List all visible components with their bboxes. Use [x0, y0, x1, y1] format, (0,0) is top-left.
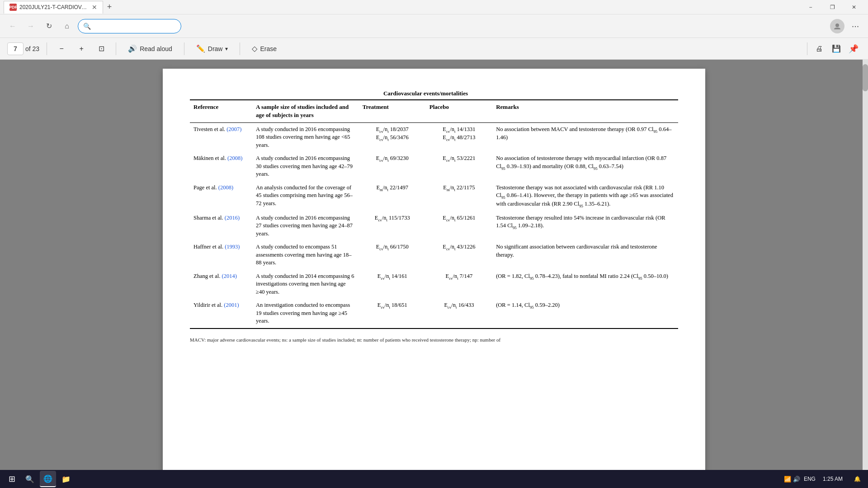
address-bar: ← → ↻ ⌂ 🔍 ···	[0, 14, 868, 38]
pdf-content: Cardiovascular events/mortalities Refere…	[0, 60, 868, 470]
year-link[interactable]: (2016)	[225, 215, 240, 221]
minimize-button[interactable]: −	[800, 0, 821, 14]
taskbar-right: 📶 🔊 ENG 1:25 AM 🔔	[784, 471, 864, 487]
sample-cell: A study conducted in 2016 encompassing 1…	[252, 122, 359, 152]
year-link[interactable]: (2008)	[218, 184, 233, 191]
treatment-cell: Ecv/nt 14/161	[359, 270, 426, 299]
pdf-page: Cardiovascular events/mortalities Refere…	[163, 69, 705, 470]
col-reference-header: Reference	[190, 100, 252, 122]
col-sample-header: A sample size of studies included and ag…	[252, 100, 359, 122]
remarks-cell: No association between MACV and testoste…	[492, 122, 678, 152]
taskbar-search-button[interactable]: 🔍	[22, 471, 38, 487]
toolbar-divider-2	[116, 42, 116, 55]
pin-icon: 📌	[849, 44, 859, 54]
save-button[interactable]: 💾	[829, 42, 844, 56]
tab-favicon: PDF	[9, 4, 17, 11]
windows-icon: ⊞	[9, 474, 15, 484]
remarks-cell: No significant association between cardi…	[492, 240, 678, 270]
scrollbar-track[interactable]	[863, 60, 868, 470]
zoom-out-button[interactable]: −	[54, 42, 69, 56]
placebo-cell: Ecv/nt 65/1261	[426, 211, 492, 241]
treatment-cell: Ecv/nt 69/3230	[359, 152, 426, 181]
placebo-cell: Ecv/nt 14/1331 Ecv/nt 48/2713	[426, 122, 492, 152]
remarks-cell: Testosterone therapy resulted into 54% i…	[492, 211, 678, 241]
system-clock[interactable]: 1:25 AM	[819, 476, 846, 482]
year-link[interactable]: (2008)	[227, 155, 242, 161]
remarks-cell: (OR = 1.14, Cl95 0.59–2.20)	[492, 299, 678, 328]
zoom-in-button[interactable]: +	[74, 42, 89, 56]
year-link[interactable]: (2001)	[224, 302, 239, 308]
read-aloud-button[interactable]: 🔊 Read aloud	[123, 42, 177, 56]
taskbar: ⊞ 🔍 🌐 📁 📶 🔊 ENG 1:25 AM 🔔	[0, 470, 868, 488]
scrollbar-thumb[interactable]	[863, 64, 868, 91]
col-placebo-header: Placebo	[426, 100, 492, 122]
ref-cell: Zhang et al. (2014)	[190, 270, 252, 299]
erase-label: Erase	[260, 45, 277, 52]
pin-button[interactable]: 📌	[846, 42, 861, 56]
new-tab-button[interactable]: +	[103, 1, 116, 14]
print-button[interactable]: 🖨	[812, 42, 826, 56]
clock-time: 1:25 AM	[823, 476, 843, 482]
profile-button[interactable]	[830, 19, 844, 33]
address-input[interactable]	[78, 19, 181, 33]
browser-icon: 🌐	[43, 474, 52, 483]
read-aloud-label: Read aloud	[140, 45, 172, 52]
table-footnote: MACV: major adverse cardiovascular event…	[190, 336, 678, 344]
col-remarks-header: Remarks	[492, 100, 678, 122]
notification-button[interactable]: 🔔	[850, 471, 864, 487]
taskbar-browser-app[interactable]: 🌐	[40, 471, 56, 487]
year-link[interactable]: (1993)	[225, 244, 240, 250]
sample-cell: A study conducted to encompass 51 assess…	[252, 240, 359, 270]
draw-icon: ✏️	[196, 44, 205, 53]
cv-group-header: Cardiovascular events/mortalities	[359, 87, 492, 100]
placebo-cell: Em/nt 22/1175	[426, 181, 492, 211]
back-icon: ←	[9, 22, 16, 30]
table-row: Mäkinen et al. (2008) A study conducted …	[190, 152, 678, 181]
ref-cell: Page et al. (2008)	[190, 181, 252, 211]
draw-chevron-icon: ▾	[225, 46, 228, 52]
table-row: Page et al. (2008) An analysis conducted…	[190, 181, 678, 211]
sound-tray-icon[interactable]: 🔊	[793, 475, 800, 483]
zoom-in-icon: +	[79, 45, 83, 53]
start-button[interactable]: ⊞	[4, 471, 20, 487]
treatment-cell: Ecv/nt 66/1750	[359, 240, 426, 270]
tab-close-button[interactable]: ✕	[92, 4, 97, 11]
page-number-input[interactable]: 7	[7, 42, 24, 55]
toolbar-right: 🖨 💾 📌	[805, 42, 861, 56]
tab-area: PDF 2020JULY21-T-CARDIOVASCULA ✕ +	[4, 0, 116, 14]
maximize-button[interactable]: ❐	[822, 0, 843, 14]
search-icon: 🔍	[25, 475, 34, 483]
fit-icon: ⊡	[99, 44, 104, 53]
save-icon: 💾	[832, 44, 841, 53]
fit-page-button[interactable]: ⊡	[94, 42, 108, 56]
erase-button[interactable]: ◇ Erase	[247, 42, 281, 56]
active-tab[interactable]: PDF 2020JULY21-T-CARDIOVASCULA ✕	[4, 1, 103, 14]
read-aloud-icon: 🔊	[128, 44, 137, 53]
remarks-cell: (OR = 1.82, Cl95 0.78–4.23), fatal to no…	[492, 270, 678, 299]
ref-cell: Haffner et al. (1993)	[190, 240, 252, 270]
forward-button[interactable]: →	[24, 19, 38, 33]
placebo-cell: Ecv/nt 43/1226	[426, 240, 492, 270]
taskbar-files-app[interactable]: 📁	[58, 471, 74, 487]
system-tray: 📶 🔊	[784, 475, 800, 483]
draw-label: Draw	[208, 45, 223, 52]
refresh-button[interactable]: ↻	[42, 19, 56, 33]
back-button[interactable]: ←	[5, 19, 20, 33]
col-treatment-header: Treatment	[359, 100, 426, 122]
more-button[interactable]: ···	[848, 19, 863, 33]
network-tray-icon[interactable]: 📶	[784, 475, 791, 483]
address-search-icon: 🔍	[83, 23, 91, 30]
research-table: Cardiovascular events/mortalities Refere…	[190, 87, 678, 329]
toolbar-divider-3	[184, 42, 184, 55]
home-button[interactable]: ⌂	[60, 19, 74, 33]
table-group-header-row: Cardiovascular events/mortalities	[190, 87, 678, 100]
profile-icon	[833, 22, 841, 30]
sample-cell: A study conducted in 2014 encompassing 6…	[252, 270, 359, 299]
year-link[interactable]: (2007)	[226, 126, 241, 132]
year-link[interactable]: (2014)	[222, 273, 236, 279]
close-button[interactable]: ✕	[844, 0, 864, 14]
draw-button[interactable]: ✏️ Draw ▾	[192, 42, 233, 56]
ref-cell: Mäkinen et al. (2008)	[190, 152, 252, 181]
remarks-cell: Testosterone therapy was not associated …	[492, 181, 678, 211]
treatment-cell: Em/nt 22/1497	[359, 181, 426, 211]
